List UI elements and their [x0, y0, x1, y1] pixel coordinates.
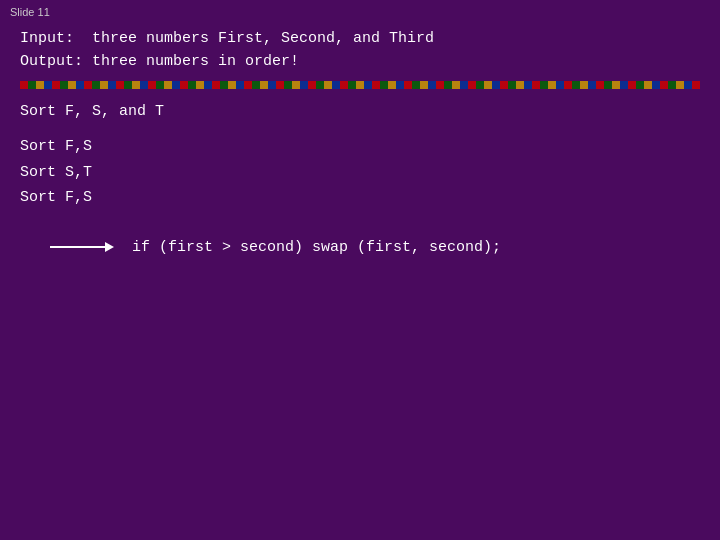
sort-step-2: Sort S,T	[20, 160, 700, 186]
sort-steps: Sort F,S Sort S,T Sort F,S	[20, 134, 700, 211]
swap-code: if (first > second) swap (first, second)…	[132, 239, 501, 256]
input-line2: Output: three numbers in order!	[20, 51, 700, 74]
arrow-body	[50, 246, 105, 248]
input-output-block: Input: three numbers First, Second, and …	[20, 28, 700, 73]
sort-main-text: Sort F, S, and T	[20, 103, 700, 120]
sort-main: Sort F, S, and T	[20, 103, 700, 120]
divider-line	[20, 81, 700, 89]
divider	[20, 81, 700, 89]
content-area: Input: three numbers First, Second, and …	[20, 28, 700, 256]
input-line1: Input: three numbers First, Second, and …	[20, 28, 700, 51]
slide-label: Slide 11	[10, 6, 50, 18]
sort-step-1: Sort F,S	[20, 134, 700, 160]
arrow-line	[50, 242, 114, 252]
sort-step-3: Sort F,S	[20, 185, 700, 211]
arrow-head	[105, 242, 114, 252]
swap-section: if (first > second) swap (first, second)…	[50, 239, 700, 256]
